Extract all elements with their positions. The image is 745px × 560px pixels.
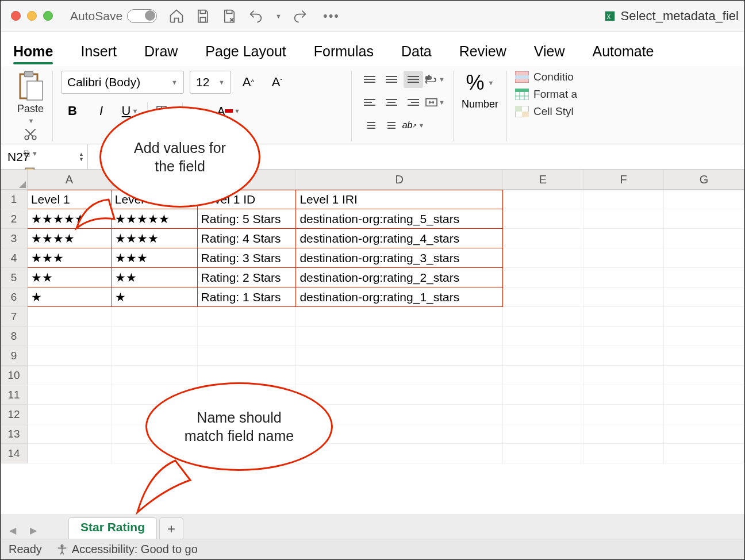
- cell[interactable]: Rating: 2 Stars: [198, 268, 297, 287]
- namebox-stepper[interactable]: ▲▼: [79, 152, 84, 162]
- cell[interactable]: [503, 190, 583, 209]
- maximize-window-icon[interactable]: [43, 11, 53, 21]
- cell[interactable]: [583, 346, 664, 366]
- cell[interactable]: ★: [112, 287, 198, 307]
- tab-review[interactable]: Review: [459, 43, 506, 60]
- row-header[interactable]: 5: [1, 268, 28, 287]
- format-as-table-button[interactable]: Format a: [515, 88, 577, 101]
- cell[interactable]: [583, 405, 664, 424]
- cell[interactable]: [664, 327, 744, 346]
- cell[interactable]: [583, 444, 664, 463]
- align-center-icon[interactable]: [382, 94, 401, 111]
- cell[interactable]: destination-org:rating_2_stars: [296, 268, 503, 287]
- save-icon[interactable]: [195, 8, 211, 24]
- align-left-icon[interactable]: [360, 94, 379, 111]
- cell[interactable]: [28, 424, 112, 444]
- decrease-font-icon[interactable]: Aˇ: [266, 71, 289, 94]
- cell[interactable]: [664, 190, 744, 209]
- cell[interactable]: [583, 248, 664, 268]
- col-header-e[interactable]: E: [503, 170, 583, 189]
- wrap-text-icon[interactable]: ab▼: [425, 71, 445, 88]
- cell[interactable]: [583, 307, 664, 327]
- row-header[interactable]: 1: [1, 190, 28, 209]
- cell[interactable]: [583, 229, 664, 248]
- cell[interactable]: ★★: [112, 268, 198, 287]
- row-header[interactable]: 7: [1, 307, 28, 327]
- align-middle-icon[interactable]: [382, 71, 401, 88]
- cell[interactable]: [664, 385, 744, 405]
- more-commands-icon[interactable]: •••: [318, 9, 344, 24]
- cell[interactable]: ★★★: [28, 248, 112, 268]
- cell-styles-button[interactable]: Cell Styl: [515, 105, 577, 118]
- cell[interactable]: [28, 385, 112, 405]
- cell[interactable]: [664, 268, 744, 287]
- row-header[interactable]: 11: [1, 385, 28, 405]
- row-header[interactable]: 3: [1, 229, 28, 248]
- toggle-switch-icon[interactable]: [127, 9, 157, 23]
- cell[interactable]: destination-org:rating_1_stars: [296, 287, 503, 307]
- cell[interactable]: ★★: [28, 268, 112, 287]
- cell[interactable]: [198, 307, 297, 327]
- row-header[interactable]: 8: [1, 327, 28, 346]
- cell[interactable]: destination-org:rating_3_stars: [296, 248, 503, 268]
- align-right-icon[interactable]: [404, 94, 423, 111]
- cell[interactable]: [583, 268, 664, 287]
- tab-page-layout[interactable]: Page Layout: [205, 43, 286, 60]
- cell[interactable]: [664, 229, 744, 248]
- cell[interactable]: Level 1 IRI: [296, 190, 503, 209]
- font-name-select[interactable]: Calibri (Body) ▼: [61, 71, 184, 94]
- cell[interactable]: [296, 346, 503, 366]
- tab-automate[interactable]: Automate: [592, 43, 654, 60]
- chevron-down-icon[interactable]: ▼: [488, 79, 494, 86]
- cell[interactable]: [664, 287, 744, 307]
- cell[interactable]: [198, 346, 297, 366]
- cell[interactable]: [28, 346, 112, 366]
- undo-icon[interactable]: [248, 8, 264, 24]
- increase-font-icon[interactable]: A^: [237, 71, 260, 94]
- tab-formulas[interactable]: Formulas: [314, 43, 374, 60]
- tab-view[interactable]: View: [534, 43, 565, 60]
- orientation-icon[interactable]: ab↗▼: [404, 117, 423, 134]
- close-window-icon[interactable]: [11, 11, 21, 21]
- cell[interactable]: [583, 287, 664, 307]
- cell[interactable]: Rating: 4 Stars: [198, 229, 297, 248]
- cell[interactable]: [28, 405, 112, 424]
- cell[interactable]: Rating: 3 Stars: [198, 248, 297, 268]
- accessibility-status[interactable]: Accessibility: Good to go: [56, 543, 198, 556]
- col-header-f[interactable]: F: [583, 170, 664, 189]
- bold-button[interactable]: B: [61, 99, 84, 122]
- cell[interactable]: [664, 366, 744, 385]
- cell[interactable]: [583, 366, 664, 385]
- paste-button[interactable]: Paste: [17, 71, 44, 115]
- cell[interactable]: [583, 327, 664, 346]
- cell[interactable]: [503, 307, 583, 327]
- cell[interactable]: [503, 444, 583, 463]
- conditional-formatting-button[interactable]: Conditio: [515, 71, 577, 83]
- row-header[interactable]: 9: [1, 346, 28, 366]
- autosave-toggle[interactable]: AutoSave: [70, 9, 157, 23]
- col-header-d[interactable]: D: [296, 170, 503, 189]
- sheet-next-icon[interactable]: ▶: [25, 521, 42, 539]
- cell[interactable]: [583, 209, 664, 229]
- cell[interactable]: Rating: 1 Stars: [198, 287, 297, 307]
- cell[interactable]: [503, 229, 583, 248]
- tab-draw[interactable]: Draw: [144, 43, 178, 60]
- cell[interactable]: [664, 424, 744, 444]
- tab-data[interactable]: Data: [401, 43, 432, 60]
- cell[interactable]: destination-org:rating_4_stars: [296, 229, 503, 248]
- cell[interactable]: [664, 248, 744, 268]
- cell[interactable]: [28, 444, 112, 463]
- cell[interactable]: destination-org:rating_5_stars: [296, 209, 503, 229]
- cell[interactable]: [503, 287, 583, 307]
- minimize-window-icon[interactable]: [27, 11, 37, 21]
- cell[interactable]: [503, 385, 583, 405]
- cell[interactable]: ★: [28, 287, 112, 307]
- cell[interactable]: [112, 307, 198, 327]
- cell[interactable]: [503, 366, 583, 385]
- percent-icon[interactable]: %: [466, 71, 485, 95]
- cell[interactable]: ★★★: [112, 248, 198, 268]
- cell[interactable]: [112, 346, 198, 366]
- row-header[interactable]: 14: [1, 444, 28, 463]
- cell[interactable]: [198, 327, 297, 346]
- row-header[interactable]: 2: [1, 209, 28, 229]
